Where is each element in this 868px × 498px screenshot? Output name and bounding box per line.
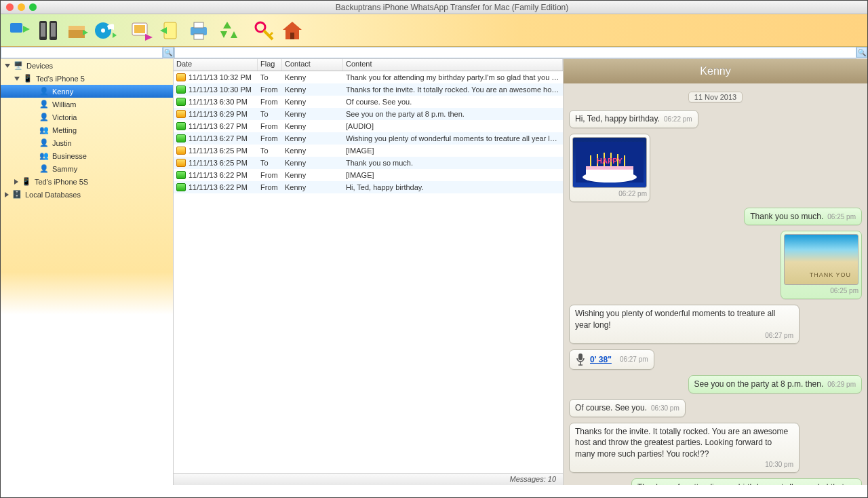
toolbar	[1, 14, 867, 47]
table-row[interactable]: 11/11/13 6:25 PMToKennyThank you so much…	[174, 157, 563, 169]
transfer-icon[interactable]	[6, 18, 33, 43]
chat-bubble-image-in[interactable]: HAPPY 06:22 pm	[569, 134, 650, 202]
table-row[interactable]: 11/11/13 6:30 PMFromKennyOf course. See …	[174, 96, 563, 108]
table-row[interactable]: 11/11/13 6:22 PMFromKenny[IMAGE]	[174, 169, 563, 181]
table-row[interactable]: 11/11/13 6:27 PMFromKennyWishing you ple…	[174, 132, 563, 145]
person-icon: 👤	[39, 164, 50, 174]
svg-rect-0	[10, 23, 22, 33]
sidebar-search-input[interactable]	[1, 47, 163, 58]
device-ted-iphone5[interactable]: 📱Ted's iPhone 5	[1, 72, 173, 85]
message-search-button[interactable]: 🔍	[856, 47, 867, 58]
table-row[interactable]: 11/11/13 10:32 PMToKennyThank you for at…	[174, 71, 563, 83]
svg-marker-11	[113, 33, 117, 38]
col-flag[interactable]: Flag	[258, 59, 282, 71]
message-direction-icon	[176, 110, 186, 118]
message-direction-icon	[176, 147, 186, 155]
timestamp: 06:30 pm	[651, 404, 679, 412]
message-direction-icon	[176, 159, 186, 167]
contact-sammy[interactable]: 👤Sammy	[1, 162, 173, 175]
svg-rect-3	[41, 23, 45, 37]
contact-william[interactable]: 👤William	[1, 98, 173, 111]
svg-rect-24	[290, 33, 294, 39]
chat-bubble-out[interactable]: See you on the party at 8 p.m. then.06:2…	[688, 375, 863, 394]
svg-point-10	[101, 28, 105, 33]
timestamp: 10:30 pm	[575, 460, 793, 470]
contact-kenny[interactable]: 👤Kenny	[1, 85, 173, 98]
zoom-window-button[interactable]	[29, 3, 37, 11]
person-icon: 👤	[39, 87, 50, 96]
timestamp: 06:29 pm	[827, 381, 856, 388]
key-icon[interactable]	[250, 18, 277, 43]
phone-icon: 📱	[22, 74, 33, 83]
chat-bubble-in[interactable]: Hi, Ted, happy birthday.06:22 pm	[569, 110, 698, 128]
local-databases-node[interactable]: 🗄️Local Databases	[1, 188, 173, 201]
chat-pane: Kenny 11 Nov 2013 Hi, Ted, happy birthda…	[564, 59, 867, 485]
chat-bubble-image-out[interactable]: THANK YOU 06:25 pm	[781, 231, 862, 299]
col-date[interactable]: Date	[174, 59, 258, 71]
timestamp: 06:25 pm	[827, 213, 856, 221]
chat-bubble-audio[interactable]: 0' 38" 06:27 pm	[569, 349, 654, 370]
timestamp: 06:22 pm	[572, 189, 647, 199]
chat-bubble-in[interactable]: Thanks for the invite. It totally rocked…	[569, 423, 800, 473]
birthday-cake-image: HAPPY	[572, 137, 647, 188]
table-row[interactable]: 11/11/13 6:29 PMToKennySee you on the pa…	[174, 108, 563, 120]
chat-header: Kenny	[564, 59, 867, 83]
home-icon[interactable]	[279, 18, 306, 43]
svg-rect-19	[194, 34, 203, 39]
svg-rect-28	[586, 166, 633, 170]
table-row[interactable]: 11/11/13 6:22 PMFromKennyHi, Ted, happy …	[174, 181, 563, 193]
devices-icon: 🖥️	[13, 61, 24, 71]
minimize-window-button[interactable]	[18, 3, 25, 11]
recycle-icon[interactable]	[214, 18, 241, 43]
svg-line-22	[269, 33, 273, 36]
group-icon: 👥	[39, 151, 50, 161]
gallery-arrow-icon[interactable]	[128, 18, 155, 43]
device-ted-iphone5s[interactable]: 📱Ted's iPhone 5S	[1, 175, 173, 188]
svg-rect-5	[51, 23, 56, 37]
contact-metting[interactable]: 👥Metting	[1, 123, 173, 136]
contact-justin[interactable]: 👤Justin	[1, 136, 173, 149]
message-direction-icon	[176, 98, 186, 106]
box-icon[interactable]	[63, 18, 90, 43]
svg-marker-1	[23, 26, 30, 33]
svg-marker-14	[145, 34, 153, 41]
chat-bubble-out[interactable]: Thank you for attending my birthday part…	[631, 478, 862, 485]
table-row[interactable]: 11/11/13 10:30 PMFromKennyThanks for the…	[174, 83, 563, 96]
message-direction-icon	[176, 73, 186, 81]
col-content[interactable]: Content	[343, 59, 563, 71]
chat-date-pill: 11 Nov 2013	[569, 92, 862, 103]
group-icon: 👥	[39, 126, 50, 135]
close-window-button[interactable]	[6, 3, 14, 11]
devices-node[interactable]: 🖥️Devices	[1, 59, 173, 72]
message-direction-icon	[176, 171, 186, 179]
message-direction-icon	[176, 122, 186, 130]
music-disc-icon[interactable]	[92, 18, 119, 43]
chat-bubble-in[interactable]: Wishing you plenty of wonderful moments …	[569, 305, 800, 344]
table-row[interactable]: 11/11/13 6:25 PMToKenny[IMAGE]	[174, 145, 563, 157]
svg-rect-7	[68, 26, 85, 30]
svg-rect-13	[134, 25, 145, 33]
devices-label: Devices	[26, 62, 53, 70]
message-list-pane: Date Flag Contact Content 11/11/13 10:32…	[174, 59, 564, 485]
svg-rect-36	[578, 353, 583, 360]
phone-icon: 📱	[21, 177, 32, 187]
chat-bubble-in[interactable]: Of course. See you.06:30 pm	[569, 399, 686, 417]
message-direction-icon	[176, 134, 186, 142]
contact-businesse[interactable]: 👥Businesse	[1, 149, 173, 162]
table-row[interactable]: 11/11/13 6:27 PMFromKenny[AUDIO]	[174, 120, 563, 132]
person-icon: 👤	[39, 100, 50, 109]
timestamp: 06:27 pm	[620, 355, 648, 364]
titlebar: Backuptrans iPhone WhatsApp Transfer for…	[1, 1, 867, 14]
svg-point-20	[256, 22, 265, 32]
window-title: Backuptrans iPhone WhatsApp Transfer for…	[37, 3, 867, 12]
audio-duration-link[interactable]: 0' 38"	[590, 354, 612, 366]
svg-text:HAPPY: HAPPY	[597, 157, 623, 165]
contact-victoria[interactable]: 👤Victoria	[1, 111, 173, 123]
chat-bubble-out[interactable]: Thank you so much.06:25 pm	[744, 208, 862, 226]
export-icon[interactable]	[157, 18, 184, 43]
printer-icon[interactable]	[185, 18, 212, 43]
sidebar-search-button[interactable]: 🔍	[163, 47, 174, 58]
message-search-input[interactable]	[174, 47, 856, 58]
col-contact[interactable]: Contact	[282, 59, 343, 71]
phones-icon[interactable]	[35, 18, 62, 43]
